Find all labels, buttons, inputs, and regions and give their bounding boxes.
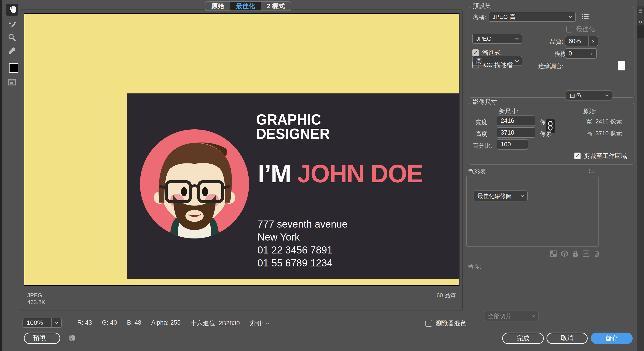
readout-hex: 十六進位: 2B2830	[191, 319, 240, 327]
icc-label: ICC 描述檔	[482, 61, 513, 69]
tab-2up[interactable]: 2 欄式	[261, 2, 291, 11]
address-line: New York	[258, 230, 348, 243]
browser-dither-checkbox[interactable]	[426, 320, 432, 327]
export-dropdown: 全部切片	[484, 310, 538, 321]
blur-slider-arrow[interactable]: ›	[587, 49, 596, 58]
preset-name-dropdown[interactable]: JPEG 高	[488, 12, 576, 22]
optimized-checkbox[interactable]	[566, 26, 573, 33]
browser-dither-label: 瀏覽器混色	[436, 319, 466, 327]
clip-artboard-row[interactable]: ✓ 剪裁至工作區域	[574, 152, 627, 160]
toolbar-divider	[8, 60, 18, 60]
save-button[interactable]: 儲存	[591, 332, 633, 344]
export-label: 轉存:	[468, 263, 481, 271]
color-table-menu-icon[interactable]	[589, 168, 596, 175]
card-title: GRAPHIC DESIGNER	[256, 113, 330, 141]
tab-original[interactable]: 原始	[206, 2, 230, 11]
toolbar	[2, 0, 21, 351]
matte-label: 邊緣調合:	[538, 62, 563, 70]
browser-globe-icon[interactable]	[68, 334, 76, 343]
preview-format-info: JPEG 463.8K	[27, 292, 45, 305]
eyedropper-tool-button[interactable]	[6, 45, 18, 57]
card-intro: I’M JOHN DOE	[258, 159, 423, 188]
transparency-icon[interactable]	[550, 250, 557, 258]
readout-index: 索引: --	[250, 319, 270, 327]
optimized-checkbox-row[interactable]: 最佳化	[566, 25, 595, 33]
address-line: 01 22 3456 7891	[258, 243, 348, 256]
expand-panels-icon[interactable]: »	[637, 18, 644, 26]
matte-dropdown[interactable]: 白色	[566, 91, 612, 101]
browser-dither-row[interactable]: 瀏覽器混色	[426, 319, 466, 327]
percent-input[interactable]: 100	[497, 139, 528, 150]
readout-green: G: 40	[102, 319, 117, 327]
panel-dock-strip: »	[637, 0, 644, 351]
quality-stepper[interactable]: 60% ›	[565, 36, 598, 46]
quality-slider-arrow[interactable]: ›	[588, 36, 598, 46]
height-unit: 像素	[540, 130, 552, 138]
zoom-level-dropdown[interactable]: 100%	[22, 318, 62, 328]
hand-tool-button[interactable]	[6, 4, 18, 16]
toggle-slices-button[interactable]	[6, 76, 18, 89]
format-dropdown[interactable]: JPEG	[472, 34, 522, 44]
blur-value[interactable]: 0	[565, 49, 587, 58]
lock-color-icon[interactable]	[572, 250, 578, 258]
height-label: 高度:	[476, 130, 489, 138]
preview-in-browser-button[interactable]: 預視...	[24, 332, 60, 344]
original-size-label: 原始:	[583, 107, 596, 115]
original-height: 高: 3710 像素	[586, 129, 622, 137]
eyedropper-icon	[8, 46, 16, 56]
original-width: 寬: 2416 像素	[586, 118, 622, 126]
readout-blue: B: 48	[127, 319, 141, 327]
color-table-grid[interactable]	[466, 176, 598, 247]
cancel-button[interactable]: 取消	[546, 332, 588, 344]
presets-section-title: 預設集	[471, 2, 493, 10]
window-edge	[0, 0, 2, 351]
progressive-checkbox[interactable]: ✓	[472, 49, 479, 56]
preview-format: JPEG	[27, 292, 45, 299]
progressive-label: 漸進式	[482, 49, 500, 57]
address-line: 777 seventh avenue	[258, 218, 348, 230]
blur-stepper[interactable]: 0 ›	[565, 48, 597, 59]
preset-name-row: 名稱:	[473, 13, 486, 21]
hand-icon	[8, 5, 16, 15]
avatar-illustration	[140, 129, 249, 239]
preview-tabbar: 原始 最佳化 2 欄式	[205, 1, 291, 11]
card-title-line2: DESIGNER	[256, 127, 330, 141]
web-shift-cube-icon[interactable]	[561, 250, 568, 258]
chevron-down-icon	[531, 315, 536, 317]
artwork-canvas[interactable]: GRAPHIC DESIGNER I’M JOHN DOE 777 sevent…	[24, 13, 460, 286]
slices-visibility-icon	[8, 78, 16, 88]
icc-checkbox-row[interactable]: ICC 描述檔	[472, 61, 513, 69]
dock-block	[637, 26, 644, 38]
zoom-tool-button[interactable]	[6, 32, 18, 44]
dock-header	[637, 0, 644, 6]
width-input[interactable]: 2416	[497, 116, 536, 126]
delete-color-icon[interactable]	[594, 250, 600, 258]
matte-color-swatch[interactable]	[618, 61, 625, 71]
chevron-down-icon	[568, 16, 573, 18]
preview-quality-info: 60 品質	[436, 292, 456, 299]
tab-optimized[interactable]: 最佳化	[230, 2, 261, 11]
card-address: 777 seventh avenue New York 01 22 3456 7…	[258, 218, 348, 269]
chevron-down-icon	[515, 38, 519, 40]
eyedropper-color-swatch[interactable]	[9, 63, 18, 73]
height-input[interactable]: 3710	[497, 127, 536, 138]
done-button[interactable]: 完成	[502, 332, 544, 344]
icc-checkbox[interactable]	[472, 62, 479, 69]
width-label: 寬度:	[476, 118, 489, 126]
chevron-down-icon	[515, 60, 519, 62]
zoom-level-value: 100%	[23, 318, 51, 327]
chevron-down-icon	[605, 94, 609, 97]
color-table-section-title: 色彩表	[468, 167, 486, 176]
presets-menu-icon[interactable]	[582, 14, 589, 21]
slice-select-tool-button[interactable]	[6, 19, 18, 31]
clip-artboard-checkbox[interactable]: ✓	[574, 153, 581, 159]
progressive-checkbox-row[interactable]: ✓ 漸進式	[472, 49, 500, 57]
preview-filesize: 463.8K	[27, 299, 45, 305]
color-table-actions	[550, 250, 600, 258]
add-color-icon[interactable]	[583, 250, 590, 258]
slice-select-icon	[8, 20, 16, 30]
clip-artboard-label: 剪裁至工作區域	[584, 152, 627, 160]
quality-value[interactable]: 60%	[565, 36, 588, 46]
optimized-label: 最佳化	[576, 25, 595, 33]
image-size-section-title: 影像尺寸	[471, 98, 499, 106]
